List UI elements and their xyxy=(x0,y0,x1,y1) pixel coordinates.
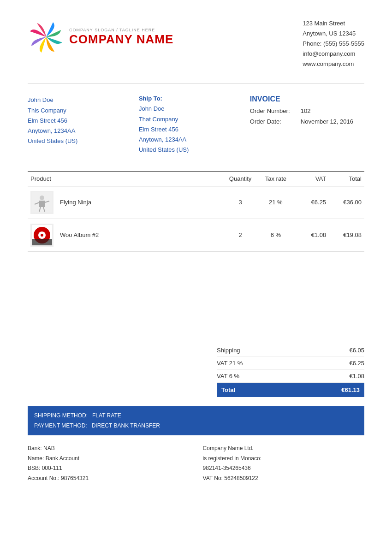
shipping-method-value: FLAT RATE xyxy=(92,412,121,419)
bank-line1: Bank: NAB xyxy=(28,444,189,454)
invoice-col: INVOICE Order Number: 102 Order Date: No… xyxy=(250,95,364,154)
address-invoice-section: John Doe This Company Elm Street 456 Any… xyxy=(28,95,364,154)
logo-area: COMPANY SLOGAN / TAGLINE HERE COMPANY NA… xyxy=(28,18,173,55)
company-website: www.company.com xyxy=(303,59,364,69)
header-divider xyxy=(28,83,364,83)
logo-text-area: COMPANY SLOGAN / TAGLINE HERE COMPANY NA… xyxy=(69,28,173,47)
bill-to-col: John Doe This Company Elm Street 456 Any… xyxy=(28,95,139,154)
bill-to-city: Anytown, 1234AA xyxy=(28,126,139,136)
product-image-0 xyxy=(30,191,53,214)
summary-label-2: VAT 6 % xyxy=(217,373,239,380)
payment-method-value: DIRECT BANK TRANSFER xyxy=(92,422,160,429)
svg-point-1 xyxy=(40,196,44,200)
shipping-method-label: SHIPPING METHOD: xyxy=(34,412,88,419)
table-row: Flying Ninja 3 21 % €6.25 €36.00 xyxy=(28,186,364,219)
summary-row-2: VAT 6 % €1.08 xyxy=(217,370,364,383)
bank-right-line3: 982141-354265436 xyxy=(203,463,364,474)
summary-value-2: €1.08 xyxy=(349,373,364,380)
ship-to-city: Anytown, 1234AA xyxy=(139,135,250,145)
company-logo-icon xyxy=(28,18,65,55)
product-quantity-0: 3 xyxy=(223,186,258,219)
company-address-line1: 123 Main Street xyxy=(303,18,364,29)
bank-line4: Account No.: 987654321 xyxy=(28,474,189,484)
payment-method-label: PAYMENT METHOD: xyxy=(34,422,87,429)
bank-line2: Name: Bank Account xyxy=(28,454,189,464)
invoice-page: COMPANY SLOGAN / TAGLINE HERE COMPANY NA… xyxy=(0,0,392,552)
summary-value-1: €6.25 xyxy=(349,360,364,367)
table-row: Woo Album #2 2 6 % €1.08 €19.08 xyxy=(28,219,364,251)
company-phone: Phone: (555) 555-5555 xyxy=(303,39,364,49)
summary-area: Shipping €6.05 VAT 21 % €6.25 VAT 6 % €1… xyxy=(28,344,364,397)
company-address-line2: Anytown, US 12345 xyxy=(303,29,364,39)
ship-to-street: Elm Street 456 xyxy=(139,125,250,135)
product-name-cell-1: Woo Album #2 xyxy=(28,219,223,251)
product-taxrate-0: 21 % xyxy=(258,186,293,219)
product-taxrate-1: 6 % xyxy=(258,219,293,251)
order-number-label: Order Number: xyxy=(250,106,296,116)
bill-to-name: John Doe xyxy=(28,95,139,105)
order-date-value: November 12, 2016 xyxy=(301,117,353,127)
product-name-cell-0: Flying Ninja xyxy=(28,186,223,219)
bank-col-left: Bank: NAB Name: Bank Account BSB: 000-11… xyxy=(28,444,189,483)
svg-point-10 xyxy=(41,234,43,237)
bill-to-street: Elm Street 456 xyxy=(28,116,139,126)
bank-right-line1: Company Name Ltd. xyxy=(203,444,364,454)
summary-label-1: VAT 21 % xyxy=(217,360,243,367)
product-name-0: Flying Ninja xyxy=(60,199,91,206)
company-slogan: COMPANY SLOGAN / TAGLINE HERE xyxy=(69,28,173,32)
company-contact-info: 123 Main Street Anytown, US 12345 Phone:… xyxy=(303,18,364,69)
footer-bar: SHIPPING METHOD: FLAT RATE PAYMENT METHO… xyxy=(28,406,364,435)
table-header-row: Product Quantity Tax rate VAT Total xyxy=(28,171,364,186)
product-total-1: €19.08 xyxy=(329,219,364,251)
ship-to-label: Ship To: xyxy=(139,95,250,102)
summary-table: Shipping €6.05 VAT 21 % €6.25 VAT 6 % €1… xyxy=(217,344,364,397)
product-quantity-1: 2 xyxy=(223,219,258,251)
product-name-1: Woo Album #2 xyxy=(60,231,99,238)
col-header-product: Product xyxy=(28,171,223,186)
product-total-0: €36.00 xyxy=(329,186,364,219)
summary-row-1: VAT 21 % €6.25 xyxy=(217,357,364,370)
total-row: Total €61.13 xyxy=(217,383,364,397)
col-header-quantity: Quantity xyxy=(223,171,258,186)
order-date-row: Order Date: November 12, 2016 xyxy=(250,117,364,127)
total-value: €61.13 xyxy=(341,386,360,393)
bank-info: Bank: NAB Name: Bank Account BSB: 000-11… xyxy=(28,444,364,483)
ship-to-name: John Doe xyxy=(139,104,250,114)
product-vat-1: €1.08 xyxy=(293,219,329,251)
company-email: info@company.com xyxy=(303,49,364,59)
bill-to-country: United States (US) xyxy=(28,136,139,146)
ship-to-company: That Company xyxy=(139,114,250,125)
col-header-total: Total xyxy=(329,171,364,186)
order-number-row: Order Number: 102 xyxy=(250,106,364,116)
col-header-tax-rate: Tax rate xyxy=(258,171,293,186)
product-vat-0: €6.25 xyxy=(293,186,329,219)
shipping-method-line: SHIPPING METHOD: FLAT RATE xyxy=(34,411,358,421)
header: COMPANY SLOGAN / TAGLINE HERE COMPANY NA… xyxy=(28,18,364,69)
bank-col-right: Company Name Ltd. is registered in Monac… xyxy=(203,444,364,483)
product-image-1 xyxy=(30,224,53,247)
ship-to-col: Ship To: John Doe That Company Elm Stree… xyxy=(139,95,250,154)
summary-value-0: €6.05 xyxy=(349,347,364,354)
total-label: Total xyxy=(221,386,235,393)
summary-label-0: Shipping xyxy=(217,347,240,354)
product-table: Product Quantity Tax rate VAT Total xyxy=(28,171,364,252)
order-date-label: Order Date: xyxy=(250,117,296,127)
bank-line3: BSB: 000-111 xyxy=(28,463,189,474)
svg-rect-11 xyxy=(32,239,52,245)
order-number-value: 102 xyxy=(301,106,311,116)
bill-to-company: This Company xyxy=(28,106,139,116)
summary-row-0: Shipping €6.05 xyxy=(217,344,364,357)
svg-rect-2 xyxy=(39,201,45,207)
company-name: COMPANY NAME xyxy=(69,32,173,47)
col-header-vat: VAT xyxy=(293,171,329,186)
bank-right-line2: is registered in Monaco: xyxy=(203,454,364,464)
invoice-title: INVOICE xyxy=(250,95,364,103)
ship-to-country: United States (US) xyxy=(139,145,250,155)
payment-method-line: PAYMENT METHOD: DIRECT BANK TRANSFER xyxy=(34,421,358,431)
bank-right-line4: VAT No: 56248509122 xyxy=(203,474,364,484)
